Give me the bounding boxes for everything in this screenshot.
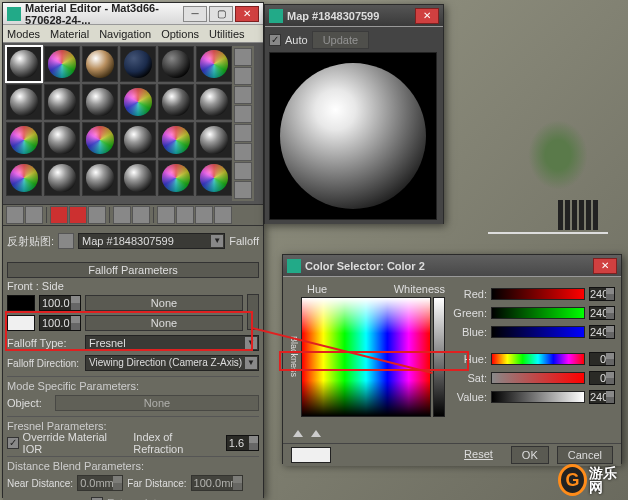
object-button[interactable]: None [55, 395, 259, 411]
sample-slot[interactable] [82, 122, 118, 158]
sample-slot[interactable] [6, 46, 42, 82]
sample-slot[interactable] [196, 84, 232, 120]
sat-value[interactable]: 0 [589, 371, 615, 385]
reset-button[interactable]: Reset [454, 446, 503, 464]
sample-slot[interactable] [44, 46, 80, 82]
falloff-dir-dropdown[interactable]: Viewing Direction (Camera Z-Axis) [85, 355, 259, 371]
green-slider[interactable] [491, 307, 585, 319]
nav-forward-icon[interactable] [176, 206, 194, 224]
material-editor-titlebar[interactable]: Material Editor - Mat3d66-570628-24-... … [3, 3, 263, 25]
sample-slot[interactable] [6, 160, 42, 196]
nav-sibling-icon[interactable] [195, 206, 213, 224]
menu-material[interactable]: Material [50, 28, 89, 40]
sample-slot[interactable] [82, 84, 118, 120]
whiteness-slider[interactable] [433, 297, 445, 417]
menu-utilities[interactable]: Utilities [209, 28, 244, 40]
sample-slot[interactable] [82, 160, 118, 196]
sample-slot[interactable] [196, 160, 232, 196]
sample-slot[interactable] [82, 46, 118, 82]
background-icon[interactable] [234, 86, 252, 104]
blue-slider[interactable] [491, 326, 585, 338]
assign-icon[interactable] [50, 206, 68, 224]
uv-tiling-icon[interactable] [234, 105, 252, 123]
map-button-2[interactable]: None [85, 315, 243, 331]
map-button-1[interactable]: None [85, 295, 243, 311]
options-icon[interactable] [234, 162, 252, 180]
color-selector-titlebar[interactable]: Color Selector: Color 2 ✕ [283, 255, 621, 277]
menu-options[interactable]: Options [161, 28, 199, 40]
sample-slot[interactable] [120, 160, 156, 196]
sat-slider[interactable] [491, 372, 585, 384]
hue-slider[interactable] [491, 353, 585, 365]
sample-slot[interactable] [44, 160, 80, 196]
sample-slot[interactable] [196, 46, 232, 82]
sample-slot[interactable] [120, 46, 156, 82]
picker-handle[interactable] [311, 430, 321, 437]
delete-icon[interactable] [88, 206, 106, 224]
rollout-header[interactable]: Falloff Parameters [7, 262, 259, 278]
sample-slot[interactable] [158, 122, 194, 158]
falloff-slot-2: 100.0 None [7, 314, 259, 332]
blue-value[interactable]: 240 [589, 325, 615, 339]
hue-value[interactable]: 0 [589, 352, 615, 366]
sample-type-icon[interactable] [234, 48, 252, 66]
swap-colors-button[interactable] [247, 294, 259, 330]
green-value[interactable]: 240 [589, 306, 615, 320]
sample-slot[interactable] [158, 46, 194, 82]
close-button[interactable]: ✕ [593, 258, 617, 274]
window-title: Color Selector: Color 2 [305, 260, 593, 272]
hue-whiteness-picker[interactable] [301, 297, 431, 417]
video-check-icon[interactable] [234, 124, 252, 142]
red-slider[interactable] [491, 288, 585, 300]
update-button[interactable]: Update [312, 31, 369, 49]
minimize-button[interactable]: ─ [183, 6, 207, 22]
eyedropper-icon[interactable] [58, 233, 74, 249]
amount-spinner-1[interactable]: 100.0 [39, 295, 81, 311]
ior-spinner[interactable]: 1.6 [226, 435, 259, 451]
app-icon [287, 259, 301, 273]
sample-slot[interactable] [158, 160, 194, 196]
sample-slot[interactable] [158, 84, 194, 120]
value-value[interactable]: 240 [589, 390, 615, 404]
select-by-mat-icon[interactable] [234, 181, 252, 199]
get-material-icon[interactable] [6, 206, 24, 224]
reset-icon[interactable] [69, 206, 87, 224]
color-swatch-1[interactable] [7, 295, 35, 311]
sample-slot[interactable] [120, 84, 156, 120]
sample-slot[interactable] [6, 122, 42, 158]
sample-slot[interactable] [44, 84, 80, 120]
ior-label: Index of Refraction [133, 431, 222, 455]
map-name-field[interactable]: Map #1848307599 [78, 233, 225, 249]
sample-slot[interactable] [120, 122, 156, 158]
color-swatch-2[interactable] [7, 315, 35, 331]
falloff-dir-label: Falloff Direction: [7, 358, 81, 369]
backlight-icon[interactable] [234, 67, 252, 85]
close-button[interactable]: ✕ [235, 6, 259, 22]
put-material-icon[interactable] [25, 206, 43, 224]
show-end-icon[interactable] [132, 206, 150, 224]
close-button[interactable]: ✕ [415, 8, 439, 24]
nav-parent-icon[interactable] [157, 206, 175, 224]
override-ior-check[interactable] [7, 437, 19, 449]
show-map-icon[interactable] [113, 206, 131, 224]
ok-button[interactable]: OK [511, 446, 549, 464]
far-dist-spinner[interactable]: 100.0mm [191, 475, 243, 491]
value-slider[interactable] [491, 391, 585, 403]
sample-slot[interactable] [6, 84, 42, 120]
preview-icon[interactable] [234, 143, 252, 161]
amount-spinner-2[interactable]: 100.0 [39, 315, 81, 331]
sample-slot[interactable] [196, 122, 232, 158]
menu-navigation[interactable]: Navigation [99, 28, 151, 40]
red-value[interactable]: 240 [589, 287, 615, 301]
maximize-button[interactable]: ▢ [209, 6, 233, 22]
map-preview-titlebar[interactable]: Map #1848307599 ✕ [265, 5, 443, 27]
menu-modes[interactable]: Modes [7, 28, 40, 40]
auto-check[interactable] [269, 34, 281, 46]
near-dist-spinner[interactable]: 0.0mm [77, 475, 123, 491]
pick-icon[interactable] [214, 206, 232, 224]
falloff-type-dropdown[interactable]: Fresnel [85, 335, 259, 351]
sample-slot[interactable] [44, 122, 80, 158]
current-color-swatch[interactable] [291, 447, 331, 463]
picker-handle[interactable] [293, 430, 303, 437]
map-slot-row: 反射贴图: Map #1848307599 Falloff [3, 226, 263, 256]
